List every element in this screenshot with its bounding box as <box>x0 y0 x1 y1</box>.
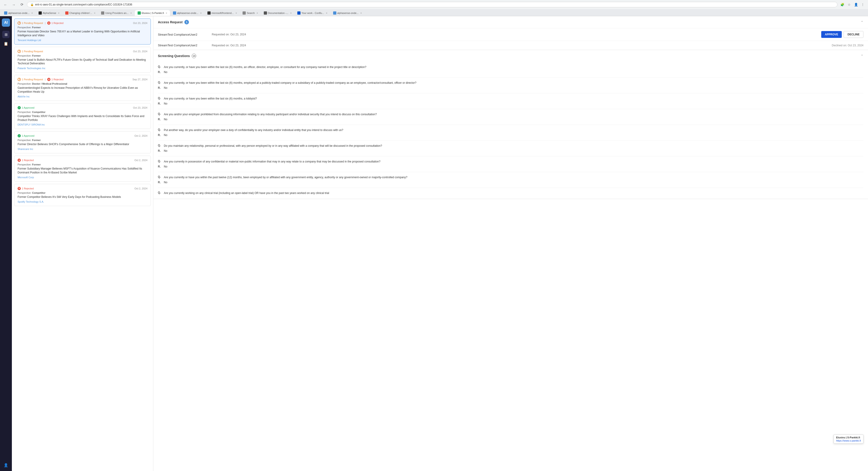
r-label: R. <box>158 133 161 137</box>
call-title: Former Competitor Believes It's Still Ve… <box>18 195 147 199</box>
forward-button[interactable]: → <box>10 1 17 8</box>
call-date: Oct 23, 2024 <box>133 106 147 109</box>
qa-item: Q. Are you currently, or have you been w… <box>158 77 863 90</box>
call-card-header: 1 Pending Request | ✕ 1 Rejected Oct 23,… <box>18 22 147 25</box>
pending-badge: 1 Pending Request <box>18 22 43 25</box>
sidebar: AI ⊞ 📋 👤 <box>0 16 12 471</box>
decline-button[interactable]: DECLINE <box>844 31 863 38</box>
sidebar-icon-grid[interactable]: ⊞ <box>2 31 9 38</box>
call-card[interactable]: ✓ 1 Approved Oct 23, 2024 Perspective: C… <box>14 103 151 129</box>
bookmark-button[interactable]: ☆ <box>846 2 852 7</box>
perspective-value: Former <box>32 54 41 57</box>
browser-chrome: ← → ⟳ 🔒 ent-rc-aws-01.as-single-tenant.c… <box>0 0 868 16</box>
qa-item: Q. Put another way, do you and/or your e… <box>158 125 863 137</box>
call-card[interactable]: ✕ 1 Rejected Oct 2, 2024 Perspective: Co… <box>14 184 151 206</box>
browser-tab[interactable]: Documentation -...× <box>261 10 294 16</box>
chevron-up-icon: ⌃ <box>861 20 863 24</box>
menu-button[interactable]: ⋮ <box>860 2 866 7</box>
approved-icon: ✓ <box>18 134 21 137</box>
qa-item: Q. Are you currently or have you within … <box>158 172 863 184</box>
pending-badge: 1 Pending Request <box>18 50 43 53</box>
browser-icons: 🧩 ☆ 👤 ⋮ <box>839 2 866 7</box>
call-card[interactable]: 1 Pending Request | ✕ 1 Rejected Oct 23,… <box>14 19 151 44</box>
profile-button[interactable]: 👤 <box>853 2 859 7</box>
pending-icon <box>18 22 21 25</box>
rejected-badge: ✕ 1 Rejected <box>18 187 34 190</box>
access-request-header[interactable]: Access Request 1 ⌃ <box>153 16 868 28</box>
q-label: Q. <box>158 97 161 101</box>
left-panel: 1 Pending Request | ✕ 1 Rejected Oct 23,… <box>12 16 153 471</box>
sidebar-icon-user[interactable]: 👤 <box>2 462 9 469</box>
q-label: Q. <box>158 112 161 116</box>
call-date: Sep 27, 2024 <box>132 78 147 81</box>
question-text: Are you currently, or have you been with… <box>164 65 366 69</box>
question-row: Q. Are you and/or your employer prohibit… <box>158 112 863 116</box>
sidebar-icon-list[interactable]: 📋 <box>2 40 9 47</box>
question-row: Q. Are you currently in possession of an… <box>158 159 863 164</box>
qa-item: Q. Are you and/or your employer prohibit… <box>158 109 863 121</box>
screening-questions-section: Screening Questions 14 ⌃ Q. Are you curr… <box>153 50 868 199</box>
r-label: R. <box>158 70 161 74</box>
screening-questions-count: 14 <box>192 54 196 58</box>
url-text: ent-rc-aws-01.as-single-tenant.com/exper… <box>35 3 834 6</box>
q-label: Q. <box>158 175 161 179</box>
call-card-header: ✕ 1 Rejected Oct 2, 2024 <box>18 187 147 190</box>
question-row: Q. Are you currently, or have you been w… <box>158 97 863 101</box>
access-request-title: Access Request 1 <box>158 20 189 24</box>
call-card[interactable]: 1 Pending Request Oct 23, 2024 Perspecti… <box>14 47 151 73</box>
r-label: R. <box>158 86 161 90</box>
right-panel: Access Request 1 ⌃ StreamTest Compliance… <box>153 16 868 471</box>
extensions-button[interactable]: 🧩 <box>839 2 845 7</box>
qa-item: Q. Are you currently in possession of an… <box>158 156 863 168</box>
screening-questions-list: Q. Are you currently, or have you been w… <box>153 62 868 195</box>
browser-tab[interactable]: microsoft/frontend...× <box>205 10 240 16</box>
question-row: Q. Do you maintain any relationship, per… <box>158 144 863 148</box>
call-card[interactable]: ✕ 1 Rejected Oct 2, 2024 Perspective: Fo… <box>14 156 151 182</box>
call-card-badges: 1 Pending Request | ✕ 1 Rejected <box>18 22 63 25</box>
reload-button[interactable]: ⟳ <box>19 1 25 8</box>
rejected-badge: ✕ 1 Rejected <box>47 78 63 81</box>
answer-row: R. No <box>158 133 863 137</box>
browser-tab[interactable]: Your work - Conflu...× <box>294 10 330 16</box>
access-request-name: StreamTest ComplianceUser2 <box>158 33 208 36</box>
approve-button[interactable]: APPROVE <box>821 31 842 38</box>
tabs-row: alphasense-onde...×AlphaSense×Changing c… <box>0 9 868 16</box>
pending-badge: 1 Pending Request <box>18 78 43 81</box>
question-row: Q. Are you currently or have you within … <box>158 175 863 179</box>
perspective-value: Former <box>32 139 41 142</box>
browser-tab[interactable]: Changing children'...× <box>63 10 98 16</box>
browser-tab[interactable]: Search× <box>240 10 260 16</box>
approved-badge: ✓ 1 Approved <box>18 106 34 109</box>
call-perspective: Perspective: Competitor <box>18 111 147 114</box>
question-text: Put another way, do you and/or your empl… <box>164 128 343 132</box>
call-company: Spotify Technology S.A. <box>18 200 147 203</box>
browser-tab[interactable]: alphasense-onde...× <box>331 10 365 16</box>
question-row: Q. Are you currently working on any clin… <box>158 191 863 195</box>
call-date: Oct 23, 2024 <box>133 22 147 24</box>
call-title: Gastroenterologist Expects to Increase P… <box>18 86 147 94</box>
question-text: Are you and/or your employer prohibited … <box>164 112 377 116</box>
rejected-icon: ✕ <box>18 159 21 162</box>
perspective-value: Competitor <box>32 191 45 194</box>
access-request-rows: StreamTest ComplianceUser2 Requested on:… <box>153 28 868 50</box>
browser-tab[interactable]: Etusivu | S-Pankki.fi× <box>135 10 170 16</box>
call-card[interactable]: 1 Pending Request | ✕ 1 Rejected Sep 27,… <box>14 75 151 101</box>
answer-row: R. No <box>158 118 863 121</box>
perspective-value: Former <box>32 26 41 29</box>
browser-tab[interactable]: alphasense-onde...× <box>1 10 36 16</box>
answer-text: No <box>164 133 167 137</box>
address-bar[interactable]: 🔒 ent-rc-aws-01.as-single-tenant.com/exp… <box>27 2 837 7</box>
browser-tab[interactable]: alphasense-onde...× <box>170 10 205 16</box>
browser-tab[interactable]: AlphaSense× <box>36 10 62 16</box>
back-button[interactable]: ← <box>2 1 9 8</box>
call-card-badges: ✕ 1 Rejected <box>18 187 34 190</box>
question-text: Are you currently or have you within the… <box>164 175 407 179</box>
qa-item: Q. Are you currently working on any clin… <box>158 188 863 195</box>
qa-item: Q. Are you currently, or have you been w… <box>158 93 863 105</box>
q-label: Q. <box>158 65 161 69</box>
screening-questions-header[interactable]: Screening Questions 14 ⌃ <box>153 50 868 62</box>
call-card[interactable]: ✓ 1 Approved Oct 2, 2024 Perspective: Fo… <box>14 131 151 153</box>
call-company: Palantir Technologies Inc <box>18 67 147 70</box>
browser-tab[interactable]: Using Providers an...× <box>98 10 135 16</box>
main-content: 1 Pending Request | ✕ 1 Rejected Oct 23,… <box>12 16 868 471</box>
